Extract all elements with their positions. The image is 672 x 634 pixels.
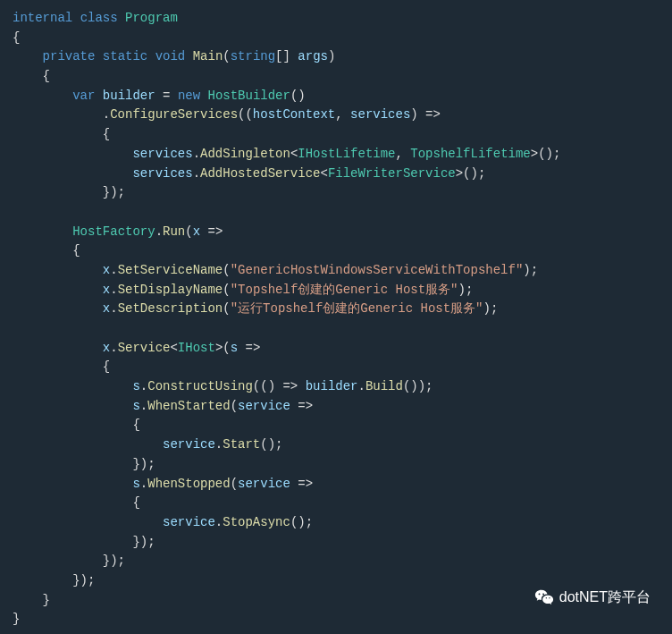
variable: s [132,477,139,491]
blank-line [13,203,659,223]
method: Run [163,224,185,239]
method: Main [193,49,223,63]
code-line: private static void Main(string[] args) [13,47,659,67]
method: SetDisplayName [118,283,223,297]
keyword-internal: internal [13,11,72,25]
brace: }); [13,455,659,475]
type: IHostLifetime [298,147,395,161]
code-block: internal class Program { private static … [13,9,659,630]
operator: = [155,89,178,103]
code-line: x.SetDescription("运行Topshelf创建的Generic H… [13,300,659,319]
method: ConstructUsing [147,379,253,393]
variable: x [103,301,110,316]
code-line: s.WhenStopped(service => [13,475,659,495]
variable: x [103,341,110,355]
brace: }); [13,552,659,571]
variable: s [132,399,139,413]
code-line: service.StopAsync(); [13,513,659,533]
keyword: new [178,89,200,103]
variable: service [163,515,215,529]
brace: { [13,358,659,377]
brace: { [13,494,659,513]
param: service [238,477,290,491]
variable: x [103,263,110,277]
method: SetServiceName [118,263,223,277]
variable: service [163,437,215,452]
code-line: var builder = new HostBuilder() [13,87,659,106]
method: StopAsync [223,515,290,529]
brace: { [13,241,659,261]
brace: { [13,125,659,145]
variable: services [132,147,192,161]
code-line: s.WhenStarted(service => [13,397,659,417]
param: service [238,399,290,413]
code-line: service.Start(); [13,435,659,455]
param: x [193,224,200,239]
code-line: x.SetDisplayName("Topshelf创建的Generic Hos… [13,281,659,300]
variable: s [132,379,139,393]
brace: }); [13,533,659,553]
brace: { [13,416,659,435]
keyword: void [155,49,186,63]
method: Start [223,437,260,452]
brace: { [13,67,659,87]
type: FileWriterService [328,166,456,181]
code-line: internal class Program [13,9,659,29]
param: args [298,49,328,63]
brace: } [13,610,659,630]
keyword: var [72,89,95,103]
method: SetDescription [118,301,223,316]
brace: }); [13,183,659,203]
code-line: HostFactory.Run(x => [13,223,659,242]
keyword-class: class [80,11,118,25]
variable: builder [103,89,155,103]
type: string [231,49,275,63]
type: TopshelfLifetime [410,147,530,161]
code-line: .ConfigureServices((hostContext, service… [13,106,659,125]
type: IHost [178,341,215,355]
string: "运行Topshelf创建的Generic Host服务" [231,301,483,316]
code-line: s.ConstructUsing(() => builder.Build()); [13,377,659,397]
class-name: Program [125,11,178,25]
watermark: dotNET跨平台 [534,587,651,609]
method: WhenStarted [147,399,230,413]
brackets: [] [275,49,290,63]
brace: { [13,29,659,48]
type: HostFactory [72,224,155,239]
keyword: static [103,49,147,63]
watermark-text: dotNET跨平台 [559,587,651,609]
type: HostBuilder [208,89,290,103]
code-line: services.AddSingleton<IHostLifetime, Top… [13,145,659,165]
param: services [350,107,410,122]
method: AddHostedService [200,166,320,181]
keyword: private [43,49,96,63]
code-line: services.AddHostedService<FileWriterServ… [13,165,659,184]
method: AddSingleton [200,147,290,161]
method: Build [365,379,403,393]
method: WhenStopped [147,477,230,491]
param: s [231,341,238,355]
variable: services [132,166,192,181]
method: ConfigureServices [110,107,238,122]
param: hostContext [253,107,335,122]
string: "GenericHostWindowsServiceWithTopshelf" [231,263,524,277]
wechat-icon [534,588,554,608]
string: "Topshelf创建的Generic Host服务" [231,283,458,297]
code-line: x.SetServiceName("GenericHostWindowsServ… [13,261,659,281]
blank-line [13,319,659,339]
code-line: x.Service<IHost>(s => [13,339,659,359]
variable: x [103,283,110,297]
variable: builder [306,379,358,393]
method: Service [118,341,171,355]
